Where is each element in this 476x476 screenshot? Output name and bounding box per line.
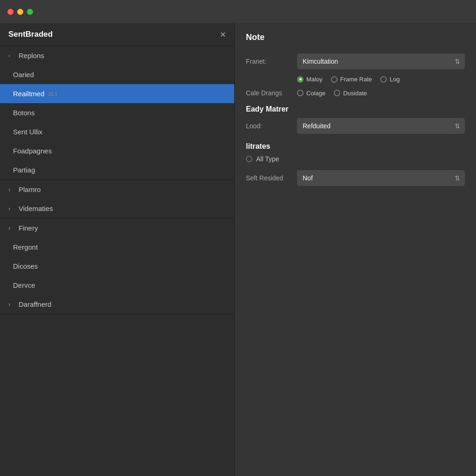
seft-resided-row: Seft Resided Nof ⇅ — [246, 170, 465, 186]
sidebar-title: SentBraded — [8, 30, 53, 39]
chevron-right-icon: › — [8, 186, 13, 193]
franet-row: Franet: Kimcultation ⇅ — [246, 53, 465, 69]
lood-select[interactable]: Refduited — [297, 118, 465, 134]
all-type-radio[interactable] — [246, 156, 252, 162]
close-button[interactable] — [7, 9, 13, 15]
sidebar-section-1: › Replons Oaried Reailtmed ≥Lτ Botons Se… — [0, 46, 234, 180]
sidebar-item-label: Finery — [19, 224, 38, 232]
sidebar-item-label: Rergont — [13, 243, 38, 251]
sidebar-item-label: Oaried — [13, 71, 34, 79]
cale-drangs-label: Cale Drangs — [246, 89, 297, 97]
chevron-right-icon: › — [8, 205, 13, 212]
sidebar-header: SentBraded ✕ — [0, 23, 234, 46]
chevron-right-icon: › — [8, 301, 13, 308]
sidebar-item-label: Vidematies — [19, 205, 53, 212]
sidebar-item-reailtmed[interactable]: Reailtmed ≥Lτ — [0, 84, 234, 103]
sidebar-item-label: Botons — [13, 109, 35, 117]
sidebar-item-botons[interactable]: Botons — [0, 103, 234, 122]
radio-circle-frame-rate — [331, 76, 337, 83]
sidebar-item-label: Daraffnerd — [19, 300, 52, 308]
seft-resided-label: Seft Resided — [246, 174, 297, 182]
sidebar-item-plamro[interactable]: › Plamro — [0, 180, 234, 199]
sidebar-item-partiag[interactable]: Partiag — [0, 160, 234, 179]
sidebar-item-dicoses[interactable]: Dicoses — [0, 257, 234, 276]
franet-select[interactable]: Kimcultation — [297, 53, 465, 69]
radio-label-maloy: Maloy — [306, 76, 323, 83]
radio-group-1: Maloy Frame Rate Log — [297, 76, 465, 83]
sidebar-item-daraffnerd[interactable]: › Daraffnerd — [0, 295, 234, 314]
radio-item-colage[interactable]: Colage — [297, 90, 325, 97]
chevron-right-icon: › — [8, 53, 13, 59]
sidebar-item-replons[interactable]: › Replons — [0, 46, 234, 65]
radio-label-dusidate: Dusidate — [343, 90, 367, 97]
sidebar-item-dervce[interactable]: Dervce — [0, 276, 234, 295]
radio-label-colage: Colage — [306, 90, 325, 97]
lood-row: Lood: Refduited ⇅ — [246, 118, 465, 134]
sidebar-item-label: Replons — [19, 52, 44, 60]
sidebar-item-foadpagnes[interactable]: Foadpagnes — [0, 141, 234, 160]
titlebar — [0, 0, 476, 23]
sidebar-item-label: Dervce — [13, 281, 35, 289]
radio-circle-maloy — [297, 76, 304, 83]
sidebar-item-label: Dicoses — [13, 262, 38, 270]
radio-item-dusidate[interactable]: Dusidate — [334, 90, 367, 97]
seft-resided-select-wrapper: Nof ⇅ — [297, 170, 465, 186]
item-icons: ≥Lτ — [48, 90, 58, 97]
lood-label: Lood: — [246, 122, 297, 130]
franet-label: Franet: — [246, 58, 297, 65]
radio-item-maloy[interactable]: Maloy — [297, 76, 323, 83]
sidebar-section-3: › Finery Rergont Dicoses Dervce › Daraff… — [0, 218, 234, 314]
sidebar-close-button[interactable]: ✕ — [220, 30, 226, 39]
all-type-row: All Type — [246, 155, 465, 163]
sidebar-item-label: Sent Ullix — [13, 128, 42, 136]
sidebar: SentBraded ✕ › Replons Oaried Reailtmed … — [0, 23, 235, 476]
sidebar-item-label: Partiag — [13, 166, 35, 174]
sidebar-section-2: › Plamro › Vidematies — [0, 180, 234, 218]
section-heading-litrates: litrates — [246, 142, 465, 151]
radio-circle-colage — [297, 90, 304, 96]
radio-label-log: Log — [390, 76, 400, 83]
franet-select-wrapper: Kimcultation ⇅ — [297, 53, 465, 69]
main-container: SentBraded ✕ › Replons Oaried Reailtmed … — [0, 23, 476, 476]
lood-select-wrapper: Refduited ⇅ — [297, 118, 465, 134]
radio-circle-dusidate — [334, 90, 340, 96]
radio-item-log[interactable]: Log — [380, 76, 400, 83]
sidebar-item-finery[interactable]: › Finery — [0, 218, 234, 238]
seft-resided-select[interactable]: Nof — [297, 170, 465, 186]
sidebar-item-rergont[interactable]: Rergont — [0, 238, 234, 257]
radio-circle-log — [380, 76, 387, 83]
minimize-button[interactable] — [17, 9, 23, 15]
sidebar-item-label: Foadpagnes — [13, 147, 52, 155]
radio-item-frame-rate[interactable]: Frame Rate — [331, 76, 372, 83]
all-type-label: All Type — [256, 155, 279, 163]
sidebar-item-oaried[interactable]: Oaried — [0, 65, 234, 84]
cale-drangs-row: Cale Drangs Colage Dusidate — [246, 89, 465, 97]
panel-title: Note — [246, 33, 465, 42]
right-panel: Note Franet: Kimcultation ⇅ Maloy Frame … — [235, 23, 476, 476]
chevron-right-icon: › — [8, 225, 13, 231]
sidebar-item-sent-ullix[interactable]: Sent Ullix — [0, 122, 234, 141]
radio-group-2: Colage Dusidate — [297, 90, 367, 97]
sidebar-item-label: Plamro — [19, 185, 41, 193]
sidebar-item-vidematies[interactable]: › Vidematies — [0, 199, 234, 218]
maximize-button[interactable] — [27, 9, 33, 15]
sidebar-item-label: Reailtmed — [13, 90, 45, 98]
section-heading-eady-matrer: Eady Matrer — [246, 105, 465, 113]
radio-label-frame-rate: Frame Rate — [340, 76, 372, 83]
